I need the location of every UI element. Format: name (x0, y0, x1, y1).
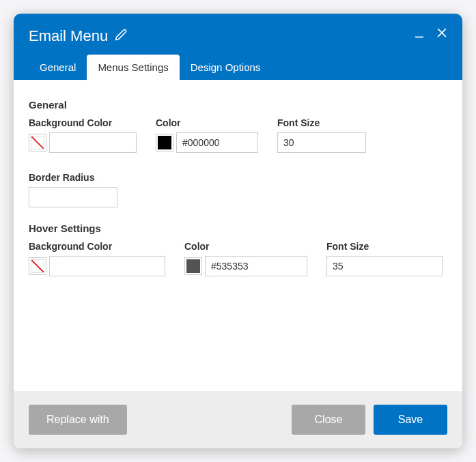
tab-menus-settings[interactable]: Menus Settings (87, 55, 179, 80)
bg-color-input[interactable] (49, 132, 137, 153)
tab-design-options[interactable]: Design Options (180, 55, 272, 80)
replace-with-button[interactable]: Replace with (29, 405, 127, 435)
label-color: Color (156, 117, 258, 128)
dialog-header: Email Menu General Menus Settings Design… (14, 14, 462, 80)
hover-bg-color-input[interactable] (49, 256, 165, 276)
section-heading-hover: Hover Settings (29, 222, 447, 234)
hover-color-input[interactable] (205, 256, 307, 276)
border-radius-input[interactable] (29, 187, 117, 207)
settings-dialog: Email Menu General Menus Settings Design… (14, 14, 462, 448)
dialog-footer: Replace with Close Save (14, 391, 462, 448)
label-font-size: Font Size (277, 117, 366, 128)
hover-color-swatch[interactable] (184, 257, 202, 275)
section-heading-general: General (29, 99, 447, 111)
close-footer-button[interactable]: Close (292, 405, 365, 435)
edit-icon[interactable] (115, 29, 127, 44)
color-swatch[interactable] (156, 134, 173, 151)
close-button[interactable] (435, 26, 449, 40)
dialog-title: Email Menu (29, 27, 108, 45)
tab-general[interactable]: General (29, 55, 87, 80)
label-bg-color: Background Color (29, 117, 137, 128)
hover-font-size-input[interactable] (326, 256, 443, 276)
label-border-radius: Border Radius (29, 172, 117, 183)
label-hover-font-size: Font Size (326, 241, 443, 252)
minimize-button[interactable] (413, 27, 425, 40)
dialog-content: General Background Color Color Font Size (14, 80, 462, 391)
label-hover-bg-color: Background Color (29, 241, 165, 252)
label-hover-color: Color (184, 241, 307, 252)
bg-color-swatch[interactable] (29, 134, 46, 151)
color-input[interactable] (176, 132, 258, 153)
save-button[interactable]: Save (374, 405, 447, 435)
font-size-input[interactable] (277, 132, 366, 153)
tab-bar: General Menus Settings Design Options (29, 55, 447, 80)
hover-bg-color-swatch[interactable] (29, 257, 46, 275)
